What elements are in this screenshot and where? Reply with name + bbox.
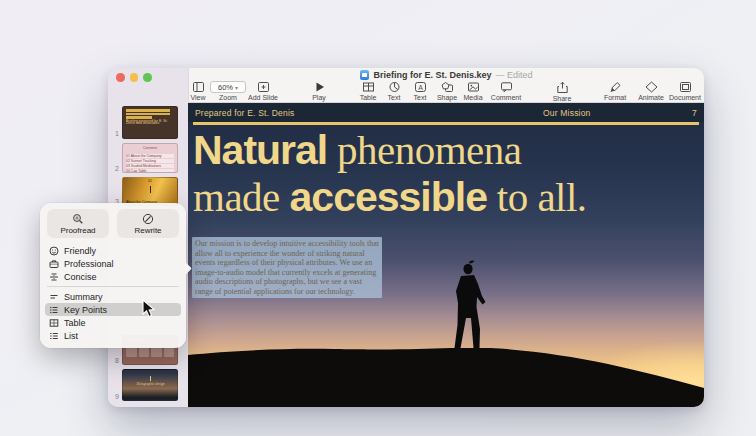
play-button[interactable]: Play	[296, 81, 342, 101]
slide-eyebrow-left: Prepared for E. St. Denis	[195, 108, 295, 118]
comment-button[interactable]: Comment	[483, 81, 529, 101]
keynote-doc-icon	[360, 70, 369, 80]
thumbnail-title: Briefing prepared for E. St. Denis and a…	[126, 120, 174, 124]
title-word: to all.	[487, 174, 587, 220]
slide-number: 2	[111, 165, 119, 172]
play-icon	[313, 81, 326, 93]
slide-header-band: Prepared for E. St. Denis Our Mission 7	[188, 103, 704, 122]
title-word: Natural	[193, 127, 327, 173]
slide-number: 1	[111, 130, 119, 137]
chevron-down-icon: ▾	[235, 84, 238, 91]
toolbar: Briefing for E. St. Denis.key — Edited V…	[188, 68, 704, 103]
writing-tools-popup: Proofread Rewrite Friendly Professional …	[40, 203, 186, 348]
traffic-lights	[116, 73, 152, 82]
window-title: Briefing for E. St. Denis.key — Edited	[189, 69, 704, 80]
media-icon	[467, 81, 480, 93]
mouse-cursor	[142, 299, 156, 318]
proofread-button[interactable]: Proofread	[47, 209, 109, 238]
menu-item-table[interactable]: Table	[45, 316, 181, 329]
thumbnail-line: 01 About the Company	[126, 154, 174, 158]
menu-divider	[47, 286, 179, 287]
menu-item-professional[interactable]: Professional	[45, 257, 181, 270]
animate-diamond-icon	[645, 81, 658, 93]
summary-icon	[49, 292, 59, 302]
share-icon	[556, 81, 569, 94]
thumbnail-title: Contents	[138, 146, 162, 150]
title-word: accessible	[290, 174, 487, 220]
person-silhouette	[455, 260, 486, 348]
edited-badge: — Edited	[496, 70, 533, 80]
slide-thumbnail-9[interactable]: Holographic design	[122, 369, 178, 401]
highlighted-text-bar	[126, 113, 170, 116]
concise-squeeze-icon	[49, 272, 59, 282]
document-button[interactable]: Document	[662, 81, 704, 101]
rewrite-button[interactable]: Rewrite	[117, 209, 179, 238]
document-icon	[679, 81, 692, 93]
comment-icon	[500, 81, 513, 93]
slide-thumbnail-1[interactable]: Briefing prepared for E. St. Denis and a…	[122, 106, 178, 139]
slide-number: 9	[111, 393, 119, 400]
menu-item-list[interactable]: List	[45, 329, 181, 342]
briefcase-icon	[49, 259, 59, 269]
thumbnail-line: 04 Cap Table	[126, 169, 174, 173]
smiley-icon	[49, 246, 59, 256]
slide-title[interactable]: Natural phenomena made accessible to all…	[193, 127, 698, 221]
list-icon	[49, 331, 59, 341]
slide-number: 8	[111, 357, 119, 364]
gold-divider-line	[193, 122, 699, 125]
document-title: Briefing for E. St. Denis.key	[373, 70, 491, 80]
close-button[interactable]	[116, 73, 125, 82]
menu-item-key-points[interactable]: Key Points	[45, 303, 181, 316]
rewrite-pencil-icon	[142, 213, 154, 225]
format-brush-icon	[609, 81, 622, 93]
slide-eyebrow-center: Our Mission	[543, 108, 591, 118]
thumbnail-title: About the Company	[126, 201, 178, 203]
slide-thumbnail-3[interactable]: 01 About the Company	[122, 177, 178, 206]
proofread-magnifier-icon	[72, 213, 84, 225]
selected-body-text[interactable]: Our mission is to develop intuitive acce…	[192, 237, 382, 298]
highlighted-text-bar	[126, 109, 170, 112]
menu-item-friendly[interactable]: Friendly	[45, 244, 181, 257]
title-word: phenomena	[327, 127, 521, 173]
menu-item-concise[interactable]: Concise	[45, 270, 181, 283]
slide-thumbnail-2[interactable]: Contents 01 About the Company 02 Sunset …	[122, 143, 178, 173]
view-icon	[192, 81, 205, 93]
table-grid-icon	[49, 318, 59, 328]
slide-page-number: 7	[692, 108, 697, 118]
slide-canvas[interactable]: Prepared for E. St. Denis Our Mission 7 …	[188, 103, 704, 407]
share-button[interactable]: Share	[539, 81, 585, 102]
minimize-button[interactable]	[130, 73, 139, 82]
svg-text:A: A	[418, 84, 423, 91]
keynote-window: 1 Briefing prepared for E. St. Denis and…	[108, 68, 704, 407]
title-word: made	[193, 174, 290, 220]
menu-item-summary[interactable]: Summary	[45, 290, 181, 303]
thumbnail-title: Holographic design	[137, 382, 164, 386]
thumbnail-line: 03 Guided Meditations	[126, 164, 174, 168]
add-slide-icon	[257, 81, 270, 93]
add-slide-button[interactable]: Add Slide	[240, 81, 286, 101]
thumbnail-kicker: 01	[126, 179, 174, 183]
key-points-icon	[49, 305, 59, 315]
thumbnail-line: 02 Sunset Tracking	[126, 159, 174, 163]
zoom-value: 60%	[218, 83, 233, 92]
fullscreen-button[interactable]	[143, 73, 152, 82]
